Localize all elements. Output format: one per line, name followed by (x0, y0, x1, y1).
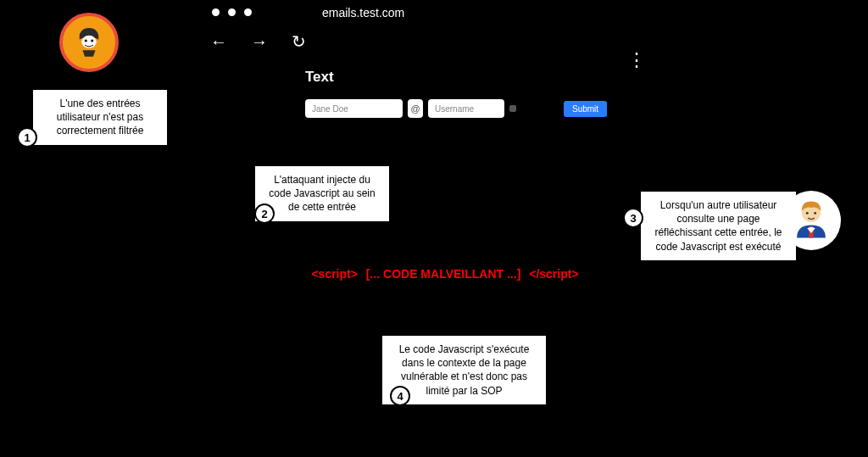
callout-text: L'une des entrées utilisateur n'est pas … (57, 98, 144, 137)
callout-text: Le code Javascript s'exécute dans le con… (399, 343, 530, 397)
script-body: [... CODE MALVEILLANT ...] (366, 267, 521, 281)
browser-window: emails.test.com ← → ↻ ⋮ Text Jane Doe @ … (195, 8, 661, 170)
kebab-menu-icon[interactable]: ⋮ (627, 49, 644, 71)
callout-text: Lorsqu'un autre utilisateur consulte une… (654, 199, 782, 253)
checkbox-icon[interactable] (509, 105, 516, 112)
callout-badge-3: 3 (623, 208, 643, 228)
window-dot (212, 8, 220, 16)
hacker-icon (72, 24, 106, 61)
at-label: @ (408, 99, 423, 118)
user-icon (786, 193, 837, 248)
callout-badge-4: 4 (390, 386, 410, 406)
browser-url: emails.test.com (322, 6, 404, 20)
callout-badge-1: 1 (17, 127, 37, 148)
input-placeholder: Username (435, 104, 474, 114)
malicious-code-text: <script> [... CODE MALVEILLANT ...] </sc… (267, 267, 623, 281)
svg-point-1 (85, 39, 87, 42)
input-placeholder: Jane Doe (312, 104, 348, 114)
name-input[interactable]: Jane Doe (305, 99, 403, 118)
username-input[interactable]: Username (428, 99, 504, 118)
svg-point-2 (91, 39, 93, 42)
svg-point-6 (806, 212, 809, 215)
hacker-avatar (59, 13, 119, 72)
callout-badge-2: 2 (254, 203, 275, 224)
callout-1: L'une des entrées utilisateur n'est pas … (32, 89, 168, 146)
browser-nav: ← → ↻ (195, 31, 661, 52)
window-dot (244, 8, 252, 16)
callout-3: Lorsqu'un autre utilisateur consulte une… (640, 191, 797, 261)
form-title: Text (305, 69, 661, 86)
callout-text: L'attaquant injecte du code Javascript a… (269, 174, 375, 213)
form-row: Jane Doe @ Username Submit (305, 99, 661, 118)
callout-2: L'attaquant injecte du code Javascript a… (254, 165, 390, 222)
back-arrow-icon[interactable]: ← (210, 32, 227, 52)
forward-arrow-icon[interactable]: → (251, 32, 268, 52)
form-area: Text Jane Doe @ Username Submit (195, 69, 661, 118)
script-close-tag: </script> (529, 267, 578, 281)
refresh-icon[interactable]: ↻ (292, 31, 306, 52)
user-avatar (782, 191, 841, 250)
svg-point-7 (814, 212, 816, 215)
window-dot (228, 8, 236, 16)
script-open-tag: <script> (311, 267, 357, 281)
window-controls (195, 8, 661, 16)
submit-button[interactable]: Submit (564, 101, 607, 117)
